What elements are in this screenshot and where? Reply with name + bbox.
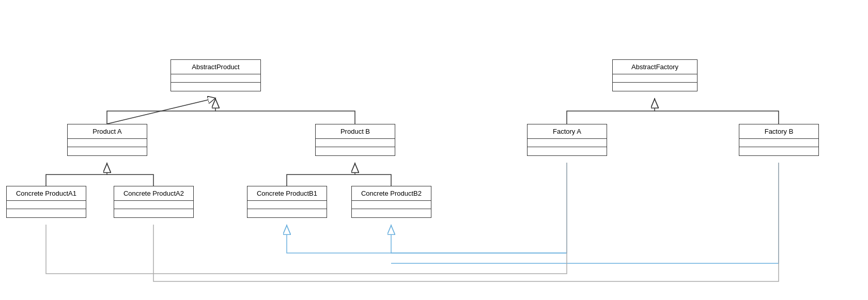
line-concreteB2-productB-branch [355,175,391,186]
box-productA-section1 [68,139,147,147]
line-concreteA1-productA [46,163,107,186]
box-concreteProductB2: Concrete ProductB2 [351,186,431,218]
box-concreteProductB1-section1 [247,201,327,209]
box-productB-label: Product B [316,124,395,139]
box-concreteProductB1-label: Concrete ProductB1 [247,186,327,201]
box-concreteProductA2-section1 [114,201,193,209]
box-concreteProductB1: Concrete ProductB1 [247,186,327,218]
box-concreteProductB2-section1 [352,201,431,209]
box-concreteProductA1-label: Concrete ProductA1 [7,186,86,201]
box-productB-section2 [316,147,395,155]
line-concreteA2-productA-branch [107,175,153,186]
box-factoryA-section1 [528,139,607,147]
box-abstractProduct-section2 [171,83,260,91]
box-factoryA-label: Factory A [528,124,607,139]
box-productA-section2 [68,147,147,155]
line-factoryA-abstractFactory [567,98,655,124]
box-concreteProductA1: Concrete ProductA1 [6,186,86,218]
line-factoryB-concreteProductB2-route [391,163,779,263]
box-abstractProduct-section1 [171,74,260,83]
box-productA: Product A [67,124,147,156]
box-abstractProduct-label: AbstractProduct [171,60,260,74]
box-factoryB-section2 [739,147,818,155]
line-factoryB-abstractFactory-branch [655,111,779,124]
box-productB-section1 [316,139,395,147]
box-abstractFactory: AbstractFactory [612,59,698,91]
box-factoryB-label: Factory B [739,124,818,139]
line-productB-abstractProduct-branch [215,111,355,124]
line-factoryA-concreteProductA1-gray [46,163,567,274]
box-factoryA-section2 [528,147,607,155]
box-concreteProductB2-label: Concrete ProductB2 [352,186,431,201]
box-concreteProductA2-section2 [114,209,193,217]
box-concreteProductA1-section1 [7,201,86,209]
box-abstractFactory-section1 [613,74,697,83]
box-abstractFactory-label: AbstractFactory [613,60,697,74]
line-factoryB-concreteProductA2-gray [153,163,779,281]
line-concreteB1-productB [287,163,355,186]
line-productA-to-abstractProduct [107,98,215,124]
box-factoryB: Factory B [739,124,819,156]
line-productA-abstractProduct [107,98,215,124]
diagram-container: AbstractProduct Product A Product B Conc… [0,0,868,300]
box-concreteProductB1-section2 [247,209,327,217]
box-productB: Product B [315,124,395,156]
box-concreteProductA2: Concrete ProductA2 [114,186,194,218]
box-concreteProductB2-section2 [352,209,431,217]
box-concreteProductA1-section2 [7,209,86,217]
box-abstractFactory-section2 [613,83,697,91]
box-concreteProductA2-label: Concrete ProductA2 [114,186,193,201]
box-factoryA: Factory A [527,124,607,156]
box-abstractProduct: AbstractProduct [171,59,261,91]
box-productA-label: Product A [68,124,147,139]
line-factoryA-concreteProductB2 [391,225,567,253]
box-factoryB-section1 [739,139,818,147]
